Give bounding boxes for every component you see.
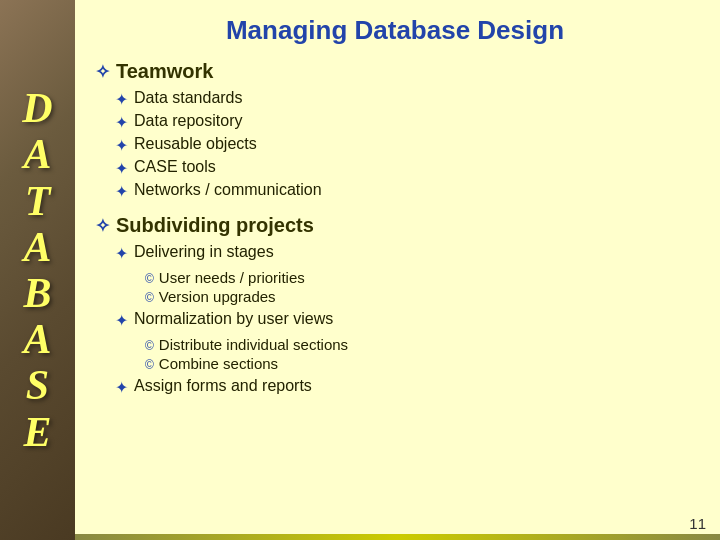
list-item: ✦CASE tools xyxy=(115,158,695,178)
list-item: ©Version upgrades xyxy=(145,288,305,305)
sub-list: ©User needs / priorities ©Version upgrad… xyxy=(115,269,305,307)
list-item: ©Distribute individual sections xyxy=(145,336,348,353)
fleur-icon: ✦ xyxy=(115,182,128,201)
page-number: 11 xyxy=(689,515,706,532)
sub-list: ©Distribute individual sections ©Combine… xyxy=(115,336,348,374)
circle-icon: © xyxy=(145,291,154,305)
list-item: ✦ Normalization by user views ©Distribut… xyxy=(115,310,695,374)
fleur-icon: ✦ xyxy=(115,90,128,109)
fleur-icon: ✦ xyxy=(115,136,128,155)
sidebar-letter-t: T xyxy=(25,178,51,224)
main-content: Managing Database Design ✧ Teamwork ✦Dat… xyxy=(75,0,720,540)
list-item: ✦Networks / communication xyxy=(115,181,695,201)
list-item: ©User needs / priorities xyxy=(145,269,305,286)
teamwork-list: ✦Data standards ✦Data repository ✦Reusab… xyxy=(95,89,695,204)
sidebar-letter-d: D xyxy=(22,85,52,131)
list-item: ✦ Assign forms and reports xyxy=(115,377,695,397)
fleur-icon: ✦ xyxy=(115,244,128,263)
circle-icon: © xyxy=(145,339,154,353)
sidebar-letter-e: E xyxy=(23,409,51,455)
sidebar-letter-a1: A xyxy=(23,131,51,177)
diamond-icon-2: ✧ xyxy=(95,215,110,237)
circle-icon: © xyxy=(145,272,154,286)
teamwork-header: ✧ Teamwork xyxy=(95,60,695,83)
subdividing-header: ✧ Subdividing projects xyxy=(95,214,695,237)
sidebar-letter-a2: A xyxy=(23,224,51,270)
sidebar-letter-s: S xyxy=(26,362,49,408)
fleur-icon: ✦ xyxy=(115,378,128,397)
sidebar-letter-a3: A xyxy=(23,316,51,362)
list-item: ✦ Delivering in stages ©User needs / pri… xyxy=(115,243,695,307)
fleur-icon: ✦ xyxy=(115,159,128,178)
list-item: ✦Data repository xyxy=(115,112,695,132)
fleur-icon: ✦ xyxy=(115,113,128,132)
sidebar-letter-b: B xyxy=(23,270,51,316)
list-item: ©Combine sections xyxy=(145,355,348,372)
fleur-icon: ✦ xyxy=(115,311,128,330)
diamond-icon-1: ✧ xyxy=(95,61,110,83)
page-title: Managing Database Design xyxy=(95,15,695,46)
list-item: ✦Data standards xyxy=(115,89,695,109)
circle-icon: © xyxy=(145,358,154,372)
bottom-bar xyxy=(75,534,720,540)
sidebar: D A T A B A S E xyxy=(0,0,75,540)
list-item: ✦Reusable objects xyxy=(115,135,695,155)
subdividing-list: ✦ Delivering in stages ©User needs / pri… xyxy=(95,243,695,400)
